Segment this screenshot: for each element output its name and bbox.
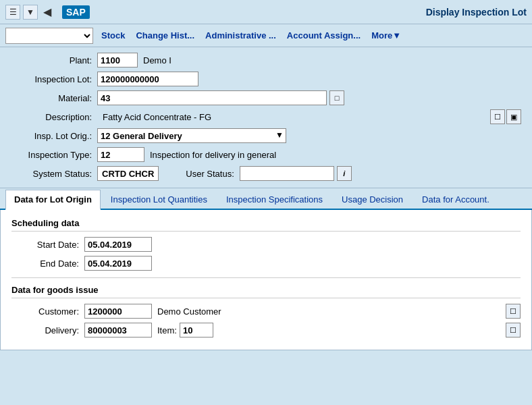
material-input[interactable] xyxy=(97,90,327,105)
system-status-label: System Status: xyxy=(11,169,92,179)
user-status-input[interactable] xyxy=(240,166,334,181)
customer-row: Customer: Demo Customer ☐ xyxy=(11,304,521,319)
end-date-row: End Date: xyxy=(11,256,521,271)
inspection-lot-row: Inspection Lot: xyxy=(11,72,521,86)
desc-icon-btn2[interactable]: ▣ xyxy=(506,109,521,124)
end-date-label: End Date: xyxy=(11,259,79,269)
plant-input[interactable] xyxy=(97,53,138,68)
top-bar-left: ☰ ▼ ◀ SAP xyxy=(5,5,95,20)
plant-row: Plant: Demo I xyxy=(11,53,521,68)
desc-icon-btn1[interactable]: ☐ xyxy=(490,109,505,124)
inspection-type-input[interactable] xyxy=(97,147,144,162)
start-date-row: Start Date: xyxy=(11,237,521,252)
delivery-input[interactable] xyxy=(84,323,152,338)
insp-lot-orig-select[interactable]: 12 General Delivery xyxy=(97,128,286,143)
material-search-btn[interactable]: □ xyxy=(329,90,344,105)
section-divider xyxy=(11,277,521,278)
tab-lot-origin[interactable]: Data for Lot Origin xyxy=(5,190,101,210)
administrative-button[interactable]: Administrative ... xyxy=(203,29,279,42)
plant-label: Plant: xyxy=(11,55,92,65)
item-input[interactable] xyxy=(180,323,213,338)
tab-usage-decision[interactable]: Usage Decision xyxy=(333,190,412,209)
inspection-lot-input[interactable] xyxy=(97,72,198,86)
material-row: Material: □ xyxy=(11,90,521,105)
insp-lot-orig-row: Insp. Lot Orig.: 12 General Delivery ▼ xyxy=(11,128,521,143)
form-section: Plant: Demo I Inspection Lot: Material: … xyxy=(0,47,532,188)
account-assign-button[interactable]: Account Assign... xyxy=(284,29,363,42)
top-bar: ☰ ▼ ◀ SAP Display Inspection Lot xyxy=(0,0,532,24)
tab-account[interactable]: Data for Account. xyxy=(413,190,498,209)
info-button[interactable]: i xyxy=(337,166,352,181)
start-date-input[interactable] xyxy=(84,237,152,252)
description-value: Fatty Acid Concentrate - FG xyxy=(103,112,211,122)
plant-desc: Demo I xyxy=(143,55,171,65)
change-hist-button[interactable]: Change Hist... xyxy=(133,29,197,42)
inspection-lot-label: Inspection Lot: xyxy=(11,74,92,84)
material-label: Material: xyxy=(11,93,92,103)
delivery-search-btn[interactable]: ☐ xyxy=(506,323,521,338)
description-label: Description: xyxy=(11,112,92,122)
toolbar-dropdown[interactable] xyxy=(5,28,93,44)
inspection-type-label: Inspection Type: xyxy=(11,150,92,160)
tabs-bar: Data for Lot Origin Inspection Lot Quant… xyxy=(0,190,532,210)
page-title: Display Inspection Lot xyxy=(426,7,527,18)
more-button[interactable]: More▼ xyxy=(369,29,404,42)
system-status-value: CRTD CHCR xyxy=(97,166,159,181)
delivery-label: Delivery: xyxy=(11,325,79,335)
sap-logo: SAP xyxy=(62,5,90,19)
customer-label: Customer: xyxy=(11,306,79,317)
insp-lot-orig-label: Insp. Lot Orig.: xyxy=(11,131,92,141)
stock-button[interactable]: Stock xyxy=(99,29,128,42)
tab-specifications[interactable]: Inspection Specifications xyxy=(217,190,331,209)
back-button[interactable]: ◀ xyxy=(41,5,54,18)
user-status-label: User Status: xyxy=(186,169,234,179)
insp-lot-orig-select-wrapper: 12 General Delivery ▼ xyxy=(97,128,286,143)
item-label: Item: xyxy=(157,325,177,335)
start-date-label: Start Date: xyxy=(11,240,79,250)
toolbar: Stock Change Hist... Administrative ... … xyxy=(0,24,532,47)
goods-issue-section-title: Data for goods issue xyxy=(11,285,521,298)
arrow-down-icon-btn[interactable]: ▼ xyxy=(23,5,38,20)
scheduling-section-title: Scheduling data xyxy=(11,218,521,232)
tab-lot-quantities[interactable]: Inspection Lot Quantities xyxy=(102,190,216,209)
customer-search-btn[interactable]: ☐ xyxy=(506,304,521,319)
tab-content: Scheduling data Start Date: End Date: Da… xyxy=(0,210,532,350)
inspection-type-desc: Inspection for delivery in general xyxy=(150,150,276,160)
customer-name: Demo Customer xyxy=(157,306,221,317)
description-row: Description: Fatty Acid Concentrate - FG… xyxy=(11,109,521,124)
system-status-row: System Status: CRTD CHCR User Status: i xyxy=(11,166,521,181)
inspection-type-row: Inspection Type: Inspection for delivery… xyxy=(11,147,521,162)
menu-icon-btn[interactable]: ☰ xyxy=(5,5,20,20)
end-date-input[interactable] xyxy=(84,256,152,271)
customer-input[interactable] xyxy=(84,304,152,319)
delivery-row: Delivery: Item: ☐ xyxy=(11,323,521,338)
